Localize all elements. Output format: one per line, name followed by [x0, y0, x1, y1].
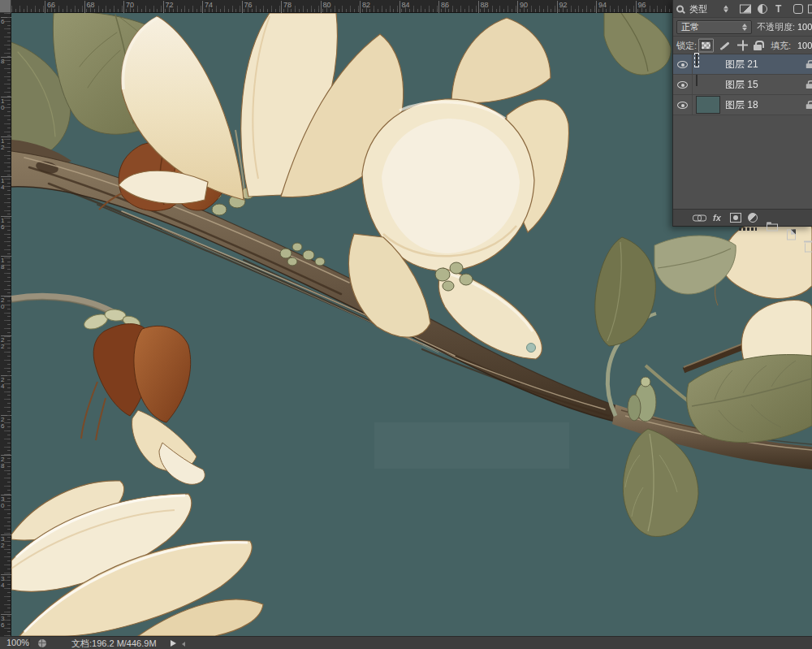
ruler-top-label: 80 — [321, 1, 331, 13]
lock-position-icon — [737, 40, 748, 50]
ruler-left-label: 3 4 — [1, 574, 11, 589]
ruler-top-label: 92 — [557, 1, 568, 13]
ruler-left-label: 1 0 — [1, 97, 11, 111]
layer-lock-badge-icon — [806, 60, 812, 68]
layers-list-empty-area — [673, 115, 812, 207]
status-popup-arrow-icon[interactable] — [171, 640, 176, 647]
ruler-top-label: 90 — [517, 1, 528, 13]
layer-lock-badge-icon — [806, 101, 812, 109]
lock-all-icon — [754, 41, 762, 50]
select-arrows-icon — [742, 24, 747, 31]
eye-icon — [677, 61, 688, 68]
filter-adjustment-icon[interactable] — [758, 4, 767, 14]
adjustment-layer-icon[interactable] — [748, 213, 758, 223]
ruler-top-label: 94 — [596, 1, 607, 13]
layer-row[interactable]: 图层 21 — [673, 54, 812, 75]
filter-pixel-icon[interactable] — [740, 4, 751, 13]
filter-shape-icon[interactable] — [793, 4, 803, 14]
layer-visibility-toggle[interactable] — [673, 95, 693, 115]
blend-opacity-row: 正常 不透明度: 100% — [673, 18, 812, 37]
ruler-left-label: 1 4 — [1, 176, 11, 191]
search-icon[interactable] — [676, 5, 684, 12]
fill-label: 填充: — [771, 39, 791, 51]
lock-all-button[interactable] — [751, 38, 764, 53]
ruler-top-label: 88 — [478, 1, 489, 13]
lock-fill-row: 锁定: 填充: 100% — [673, 37, 812, 54]
layer-row[interactable]: 图层 18 — [673, 95, 812, 115]
document-size-info[interactable]: 文档:196.2 M/446.9M — [71, 638, 157, 649]
panel-resize-grip[interactable] — [739, 227, 757, 231]
status-bar: 100% 文档:196.2 M/446.9M — [0, 636, 812, 649]
lock-label: 锁定: — [676, 39, 697, 51]
ruler-top-label: 70 — [123, 1, 134, 13]
layer-visibility-toggle[interactable] — [673, 75, 693, 94]
lock-transparency-icon — [701, 41, 711, 50]
ruler-origin-box[interactable] — [0, 0, 11, 13]
ruler-left-label: 2 8 — [1, 455, 11, 469]
blend-mode-value: 正常 — [681, 21, 699, 33]
ruler-top-label: 72 — [163, 1, 174, 13]
layers-filter-bar: 类型 T — [673, 0, 812, 18]
doc-status-icon — [38, 639, 46, 647]
status-divider — [29, 638, 30, 647]
layer-thumbnail[interactable] — [696, 54, 698, 66]
kind-arrows-icon[interactable] — [723, 5, 728, 12]
ruler-left-label: 1 2 — [1, 136, 11, 151]
ruler-top-label: 68 — [84, 1, 95, 13]
lock-brush-icon — [720, 40, 732, 50]
new-layer-icon[interactable] — [787, 230, 796, 240]
ruler-left-label: 3 0 — [1, 495, 11, 509]
opacity-label: 不透明度: — [757, 21, 795, 33]
opacity-value[interactable]: 100% — [797, 22, 812, 32]
ruler-left-label: 2 0 — [1, 296, 11, 310]
ruler-top-label: 82 — [360, 1, 370, 13]
link-layers-icon[interactable] — [693, 214, 706, 222]
ruler-left-label: 1 8 — [1, 256, 11, 270]
ruler-top-label: 96 — [636, 1, 646, 13]
layer-mask-icon[interactable] — [730, 213, 741, 223]
layer-name[interactable]: 图层 21 — [725, 58, 758, 71]
ruler-top-label: 66 — [45, 1, 55, 13]
layers-panel-bottom-bar: fx — [673, 209, 812, 226]
layer-thumbnail[interactable] — [696, 96, 720, 114]
ruler-top-label: 74 — [202, 1, 213, 13]
delete-layer-icon[interactable] — [805, 244, 812, 253]
ruler-left-label: 1 6 — [1, 216, 11, 231]
layer-lock-badge-icon — [806, 80, 812, 89]
ruler-left[interactable]: 681 01 21 41 61 82 02 22 42 62 83 03 23 … — [0, 13, 11, 649]
layers-list: 图层 21 图层 15 图层 18 — [673, 54, 812, 115]
ruler-left-label: 6 — [1, 17, 11, 25]
lock-position-button[interactable] — [735, 37, 750, 53]
blend-mode-select[interactable]: 正常 — [676, 20, 752, 34]
layer-thumbnail[interactable] — [696, 75, 698, 86]
filter-kind-dropdown[interactable]: 类型 — [687, 2, 723, 16]
layer-name[interactable]: 图层 15 — [725, 78, 758, 92]
ruler-left-label: 2 6 — [1, 415, 11, 430]
ruler-left-label: 2 2 — [1, 335, 11, 350]
ruler-left-label: 2 4 — [1, 375, 11, 390]
new-group-icon[interactable] — [767, 224, 778, 231]
filter-smart-icon[interactable] — [808, 4, 812, 13]
layer-style-icon[interactable]: fx — [713, 213, 721, 223]
layer-row[interactable]: 图层 15 — [673, 75, 812, 95]
ruler-top-label: 78 — [281, 1, 292, 13]
ruler-top-label: 86 — [438, 1, 449, 13]
ruler-left-label: 3 6 — [1, 614, 11, 629]
ruler-left-label: 8 — [1, 57, 11, 65]
layer-visibility-toggle[interactable] — [673, 54, 693, 74]
eye-icon — [677, 81, 688, 89]
eye-icon — [677, 102, 688, 109]
zoom-level-field[interactable]: 100% — [6, 638, 29, 647]
lock-brush-button[interactable] — [718, 37, 734, 53]
filter-type-icon[interactable]: T — [775, 3, 781, 15]
fill-value[interactable]: 100% — [797, 41, 812, 50]
ruler-top-label: 84 — [400, 1, 410, 13]
ruler-left-label: 3 2 — [1, 534, 11, 549]
layers-panel: 类型 T 正常 不透明度: 100% 锁定: 填充: 100% 图层 21 图层… — [672, 0, 812, 227]
layer-name[interactable]: 图层 18 — [725, 98, 758, 112]
status-small-arrow-icon — [182, 642, 185, 647]
lock-transparency-button[interactable] — [698, 38, 714, 52]
ruler-top-label: 76 — [242, 1, 253, 13]
filter-kind-label: 类型 — [689, 3, 707, 15]
